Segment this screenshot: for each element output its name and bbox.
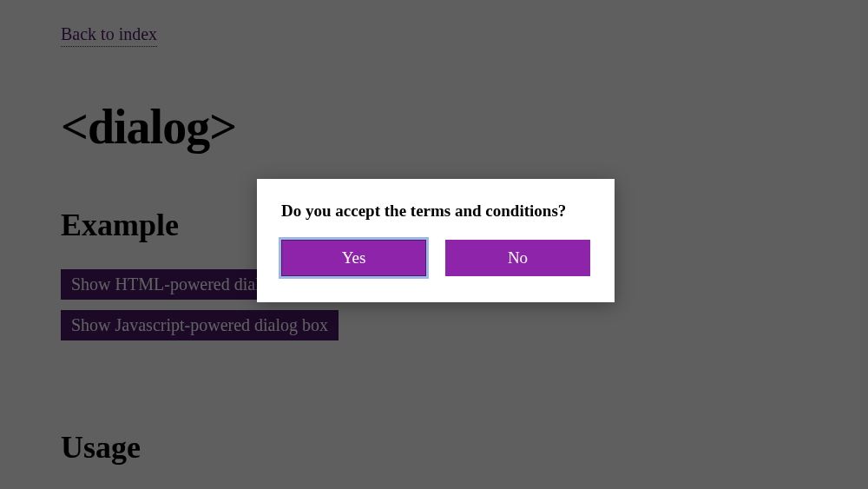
modal-backdrop[interactable]: Do you accept the terms and conditions? … [0, 0, 868, 489]
no-button[interactable]: No [445, 240, 590, 276]
dialog-message: Do you accept the terms and conditions? [281, 202, 590, 221]
dialog-button-row: Yes No [281, 240, 590, 276]
dialog-box: Do you accept the terms and conditions? … [257, 179, 615, 302]
yes-button[interactable]: Yes [281, 240, 426, 276]
